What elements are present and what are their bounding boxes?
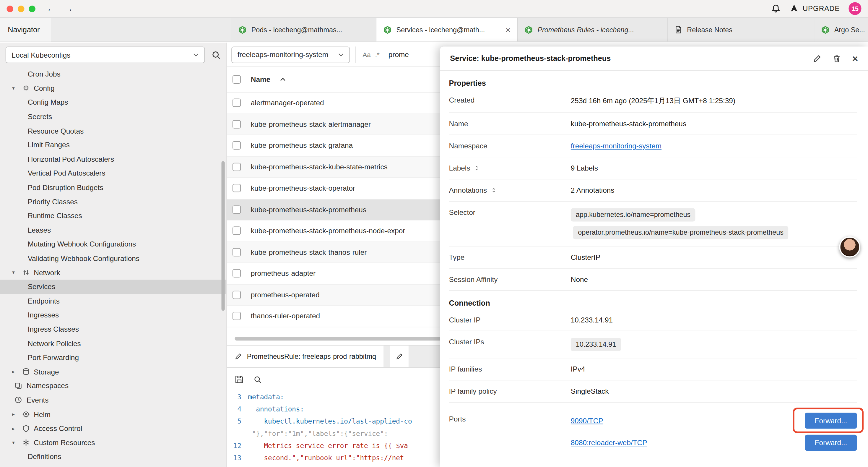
edit-icon[interactable]: [813, 54, 822, 63]
minimize-window-button[interactable]: [18, 5, 24, 12]
kubeconfig-selector-dropdown[interactable]: Local Kubeconfigs: [6, 47, 205, 63]
search-icon[interactable]: [253, 375, 262, 383]
trash-icon[interactable]: [833, 54, 841, 63]
sidebar-item-services[interactable]: Services: [0, 280, 226, 294]
row-checkbox[interactable]: [232, 163, 241, 171]
editor-line: metadata:: [248, 391, 284, 403]
chevron-down-icon: ▾: [12, 270, 22, 275]
sort-ascending-icon[interactable]: [280, 78, 286, 81]
close-icon[interactable]: ×: [852, 54, 858, 63]
forward-port-button[interactable]: Forward...: [805, 435, 857, 450]
row-checkbox[interactable]: [232, 227, 241, 235]
namespace-filter-dropdown[interactable]: freeleaps-monitoring-system: [231, 46, 350, 63]
sidebar-item-port-forwarding[interactable]: Port Forwarding: [0, 351, 226, 365]
sidebar-item-network-policies[interactable]: Network Policies: [0, 337, 226, 351]
editor-line: kubectl.kubernetes.io/last-applied-co: [248, 415, 412, 428]
dock-tab-partial[interactable]: [390, 346, 409, 367]
sidebar-item-horizontal-pod-autoscalers[interactable]: Horizontal Pod Autoscalers: [0, 152, 226, 166]
sidebar-item-helm[interactable]: ▸ Helm: [0, 407, 226, 421]
port-9090-link[interactable]: 9090/TCP: [571, 416, 603, 425]
tab-release-notes[interactable]: Release Notes: [668, 18, 814, 42]
dock-tab-prometheusrule[interactable]: PrometheusRule: freeleaps-prod-rabbitmq: [227, 346, 384, 367]
detail-row-created: Created 253d 16h 6m ago (2025年1月13日 GMT+…: [449, 89, 857, 113]
sidebar-item-network[interactable]: ▾ Network: [0, 265, 226, 280]
maximize-window-button[interactable]: [29, 5, 35, 12]
port-8080-link[interactable]: 8080:reloader-web/TCP: [571, 438, 647, 447]
sidebar-item-mutating-webhook-configurations[interactable]: Mutating Webhook Configurations: [0, 237, 226, 251]
sidebar-item-endpoints[interactable]: Endpoints: [0, 294, 226, 308]
sidebar-item-ingress-classes[interactable]: Ingress Classes: [0, 322, 226, 337]
sidebar-item-config-maps[interactable]: Config Maps: [0, 95, 226, 110]
tab-services[interactable]: Services - icecheng@math... ×: [376, 18, 518, 42]
sidebar-item-events[interactable]: Events: [0, 393, 226, 407]
row-checkbox[interactable]: [232, 205, 241, 214]
tab-prometheus-rules[interactable]: Prometheus Rules - icecheng...: [518, 18, 668, 42]
chevron-right-icon: ▸: [12, 369, 22, 375]
search-icon[interactable]: [212, 50, 221, 60]
forward-icon[interactable]: →: [64, 4, 73, 13]
sidebar-item-secrets[interactable]: Secrets: [0, 110, 226, 124]
sidebar-item-limit-ranges[interactable]: Limit Ranges: [0, 138, 226, 152]
row-checkbox[interactable]: [232, 99, 241, 107]
sidebar-item-resource-quotas[interactable]: Resource Quotas: [0, 124, 226, 138]
annotations-count[interactable]: 2 Annotations: [571, 186, 857, 195]
save-icon[interactable]: [235, 375, 243, 384]
row-checkbox[interactable]: [232, 248, 241, 256]
chevron-right-icon: ▸: [12, 411, 22, 417]
connection-heading: Connection: [449, 299, 857, 308]
close-tab-icon[interactable]: ×: [505, 25, 510, 34]
sidebar-item-cron-jobs[interactable]: Cron Jobs: [0, 67, 226, 81]
sidebar-item-pod-disruption-budgets[interactable]: Pod Disruption Budgets: [0, 180, 226, 195]
match-case-toggle[interactable]: Aa: [363, 51, 371, 58]
sidebar-item-vertical-pod-autoscalers[interactable]: Vertical Pod Autoscalers: [0, 166, 226, 180]
type-value: ClusterIP: [571, 253, 857, 261]
name-column-header[interactable]: Name: [251, 76, 270, 84]
sidebar-item-definitions[interactable]: Definitions: [0, 450, 226, 464]
row-checkbox[interactable]: [232, 184, 241, 193]
cluster-ip-value: 10.233.14.91: [571, 316, 857, 324]
window-titlebar: ← → UPGRADE 15: [0, 0, 868, 18]
sidebar-item-leases[interactable]: Leases: [0, 223, 226, 237]
regex-toggle[interactable]: .*: [375, 51, 380, 58]
expand-annotations-icon[interactable]: [491, 187, 496, 193]
row-checkbox[interactable]: [232, 291, 241, 299]
bell-icon[interactable]: [771, 4, 780, 13]
sidebar-item-namespaces[interactable]: Namespaces: [0, 379, 226, 393]
sidebar-item-access-control[interactable]: ▸ Access Control: [0, 421, 226, 436]
layers-icon: [14, 382, 27, 390]
document-icon: [674, 25, 682, 34]
expand-labels-icon[interactable]: [474, 165, 479, 171]
sidebar-item-ingresses[interactable]: Ingresses: [0, 308, 226, 322]
sidebar-item-runtime-classes[interactable]: Runtime Classes: [0, 209, 226, 223]
sidebar-item-config[interactable]: ▾ Config: [0, 81, 226, 95]
database-icon: [22, 368, 34, 376]
upgrade-label: UPGRADE: [803, 4, 840, 13]
chevron-down-icon: [338, 53, 344, 56]
row-checkbox[interactable]: [232, 120, 241, 128]
detail-row-ip-families: IP families IPv4: [449, 358, 857, 380]
tab-argo[interactable]: Argo Se...: [814, 18, 868, 42]
labels-count[interactable]: 9 Labels: [571, 164, 857, 172]
forward-port-button[interactable]: Forward...: [805, 412, 857, 428]
sidebar-item-priority-classes[interactable]: Priority Classes: [0, 195, 226, 209]
sidebar-scrollbar[interactable]: [221, 161, 224, 311]
chevron-down-icon: [193, 53, 199, 56]
sidebar-item-storage[interactable]: ▸ Storage: [0, 365, 226, 379]
kubernetes-cluster-icon: [383, 25, 392, 34]
sidebar-item-validating-webhook-configurations[interactable]: Validating Webhook Configurations: [0, 251, 226, 265]
tab-pods[interactable]: Pods - icecheng@mathmas...: [231, 18, 376, 42]
sidebar-item-custom-resources[interactable]: ▾ Custom Resources: [0, 436, 226, 450]
upgrade-button[interactable]: UPGRADE: [789, 4, 840, 13]
row-checkbox[interactable]: [232, 312, 241, 320]
namespace-link[interactable]: freeleaps-monitoring-system: [571, 142, 661, 150]
selector-badge: operator.prometheus.io/name=kube-prometh…: [573, 226, 788, 239]
close-window-button[interactable]: [6, 5, 13, 12]
row-checkbox[interactable]: [232, 141, 241, 150]
notification-count-badge[interactable]: 15: [848, 2, 861, 15]
floating-avatar[interactable]: [839, 236, 860, 258]
kubeconfig-selector-value: Local Kubeconfigs: [11, 51, 70, 59]
tab-label: Argo Se...: [834, 26, 865, 33]
select-all-checkbox[interactable]: [232, 76, 241, 84]
back-icon[interactable]: ←: [46, 4, 55, 13]
row-checkbox[interactable]: [232, 269, 241, 278]
